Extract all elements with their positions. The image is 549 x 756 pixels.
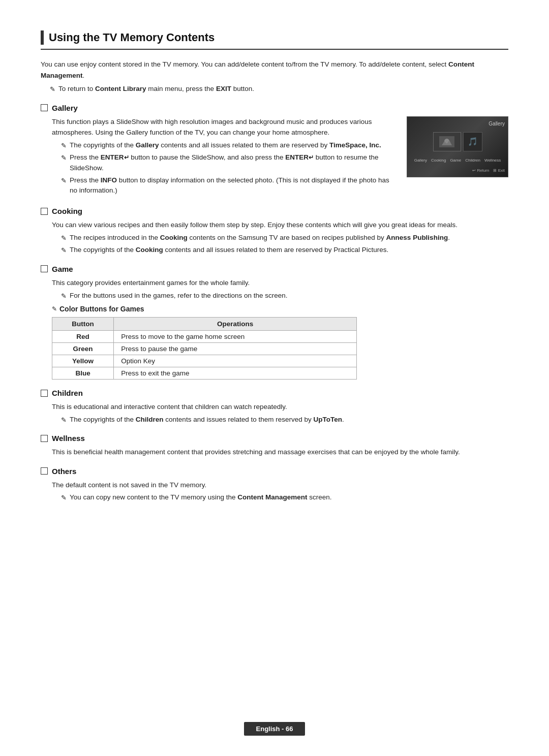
- gallery-note-1: ✎ The copyrights of the Gallery contents…: [61, 140, 396, 151]
- children-body-text: This is educational and interactive cont…: [52, 401, 508, 413]
- section-gallery: Gallery This function plays a SlideShow …: [41, 104, 508, 198]
- game-checkbox-icon: [41, 265, 48, 272]
- gallery-image-label: Gallery: [489, 121, 505, 127]
- color-button-header: ✎ Color Buttons for Games: [52, 305, 508, 313]
- section-children: Children This is educational and interac…: [41, 389, 508, 425]
- gallery-header: Gallery: [41, 104, 508, 112]
- gallery-text-block: This function plays a SlideShow with hig…: [52, 116, 396, 198]
- others-header: Others: [41, 467, 508, 476]
- wellness-title: Wellness: [52, 434, 85, 443]
- operation-yellow: Option Key: [114, 355, 357, 367]
- intro-note: ✎ To return to Content Library main menu…: [50, 84, 508, 94]
- children-note-1: ✎ The copyrights of the Children content…: [61, 415, 508, 425]
- wellness-body-text: This is beneficial health management con…: [52, 447, 508, 458]
- game-title: Game: [52, 265, 73, 273]
- button-red: Red: [52, 331, 114, 343]
- gallery-checkbox-icon: [41, 104, 48, 111]
- cooking-note-2: ✎ The copyrights of the Cooking contents…: [61, 245, 508, 256]
- table-row: Yellow Option Key: [52, 355, 357, 367]
- game-note-1-text: For the buttons used in the games, refer…: [70, 291, 288, 301]
- others-title: Others: [52, 467, 76, 476]
- table-row: Red Press to move to the game home scree…: [52, 331, 357, 343]
- others-note-icon-1: ✎: [61, 493, 67, 503]
- table-header-operations: Operations: [114, 318, 357, 331]
- gallery-note-3-text: Press the INFO button to display informa…: [70, 175, 396, 196]
- game-table: Button Operations Red Press to move to t…: [52, 317, 357, 380]
- game-body: This category provides entertainment gam…: [52, 277, 508, 301]
- gallery-image-inner: Gallery 🎵 Gallery Cooking: [407, 117, 508, 177]
- others-body: The default content is not saved in the …: [52, 480, 508, 503]
- children-body: This is educational and interactive cont…: [52, 401, 508, 425]
- intro-period: .: [83, 72, 85, 79]
- wellness-checkbox-icon: [41, 435, 48, 442]
- intro-paragraph: You can use enjoy content stored in the …: [41, 59, 508, 81]
- section-others: Others The default content is not saved …: [41, 467, 508, 503]
- game-note-1: ✎ For the buttons used in the games, ref…: [61, 291, 508, 301]
- table-row: Blue Press to exit the game: [52, 367, 357, 380]
- table-header-button: Button: [52, 318, 114, 331]
- page-container: Using the TV Memory Contents You can use…: [0, 0, 549, 546]
- note-icon-1: ✎: [61, 141, 67, 151]
- cooking-body-text: You can view various recipes and then ea…: [52, 219, 508, 231]
- cooking-note-2-text: The copyrights of the Cooking contents a…: [70, 245, 388, 255]
- table-row: Green Press to pause the game: [52, 343, 357, 355]
- others-note-1: ✎ You can copy new content to the TV mem…: [61, 492, 508, 503]
- children-header: Children: [41, 389, 508, 397]
- intro-note-text: To return to Content Library main menu, …: [58, 84, 254, 94]
- others-note-1-text: You can copy new content to the TV memor…: [70, 492, 332, 502]
- button-green: Green: [52, 343, 114, 355]
- button-blue: Blue: [52, 367, 114, 380]
- gallery-title: Gallery: [52, 104, 78, 112]
- intro-text-main: You can use enjoy content stored in the …: [41, 60, 448, 68]
- title-section: Using the TV Memory Contents: [41, 30, 508, 50]
- operation-red: Press to move to the game home screen: [114, 331, 357, 343]
- game-note-icon-1: ✎: [61, 291, 67, 301]
- color-buttons-label: Color Buttons for Games: [59, 305, 144, 313]
- wellness-header: Wellness: [41, 434, 508, 443]
- gallery-content: This function plays a SlideShow with hig…: [41, 116, 508, 198]
- page-footer: English - 66: [0, 722, 549, 736]
- cooking-note-1: ✎ The recipes introduced in the Cooking …: [61, 233, 508, 243]
- cooking-body: You can view various recipes and then ea…: [52, 219, 508, 256]
- children-note-icon-1: ✎: [61, 415, 67, 425]
- footer-badge: English - 66: [244, 722, 306, 736]
- cooking-note-icon-1: ✎: [61, 233, 67, 243]
- others-checkbox-icon: [41, 467, 48, 475]
- gallery-body-text: This function plays a SlideShow with hig…: [52, 116, 396, 138]
- section-game: Game This category provides entertainmen…: [41, 265, 508, 380]
- gallery-note-1-text: The copyrights of the Gallery contents a…: [70, 140, 381, 150]
- note-icon-2: ✎: [61, 153, 67, 163]
- title-bar-decoration: [41, 30, 44, 45]
- gallery-note-3: ✎ Press the INFO button to display infor…: [61, 175, 396, 196]
- others-body-text: The default content is not saved in the …: [52, 480, 508, 491]
- gallery-note-2-text: Press the ENTER↵ button to pause the Sli…: [70, 152, 396, 173]
- cooking-header: Cooking: [41, 207, 508, 215]
- table-header-row: Button Operations: [52, 318, 357, 331]
- section-wellness: Wellness This is beneficial health manag…: [41, 434, 508, 458]
- game-header: Game: [41, 265, 508, 273]
- operation-blue: Press to exit the game: [114, 367, 357, 380]
- note-icon: ✎: [50, 84, 55, 94]
- page-title: Using the TV Memory Contents: [49, 31, 215, 44]
- section-cooking: Cooking You can view various recipes and…: [41, 207, 508, 256]
- gallery-note-2: ✎ Press the ENTER↵ button to pause the S…: [61, 152, 396, 173]
- cooking-note-icon-2: ✎: [61, 245, 67, 256]
- note-icon-3: ✎: [61, 176, 67, 186]
- children-title: Children: [52, 389, 83, 397]
- cooking-title: Cooking: [52, 207, 82, 215]
- cooking-note-1-text: The recipes introduced in the Cooking co…: [70, 233, 450, 243]
- button-yellow: Yellow: [52, 355, 114, 367]
- children-checkbox-icon: [41, 390, 48, 397]
- gallery-screenshot: Gallery 🎵 Gallery Cooking: [407, 116, 508, 177]
- cooking-checkbox-icon: [41, 208, 48, 215]
- game-body-text: This category provides entertainment gam…: [52, 277, 508, 289]
- operation-green: Press to pause the game: [114, 343, 357, 355]
- children-note-1-text: The copyrights of the Children contents …: [70, 415, 344, 425]
- wellness-body: This is beneficial health management con…: [52, 447, 508, 458]
- color-note-icon: ✎: [52, 305, 57, 312]
